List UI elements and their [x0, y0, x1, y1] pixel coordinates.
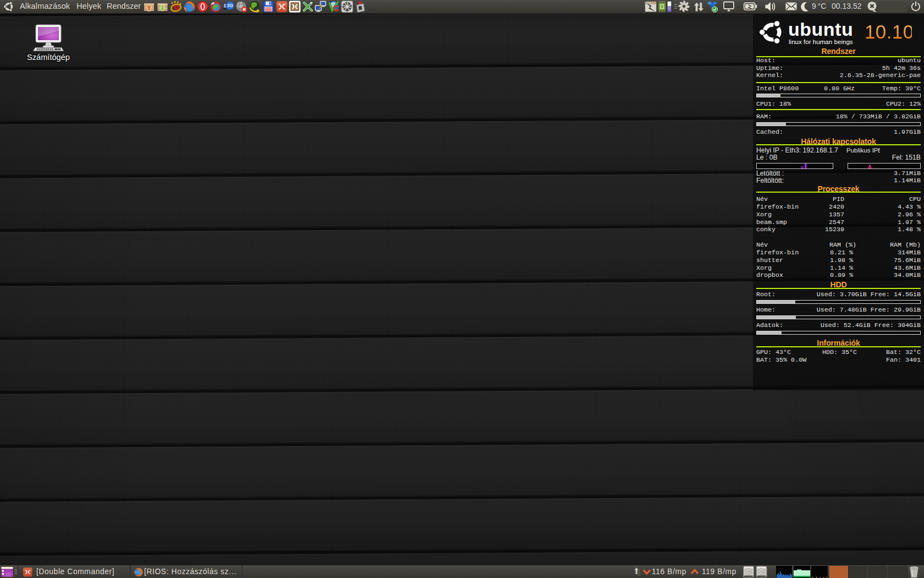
- svg-text:3G: 3G: [227, 3, 234, 8]
